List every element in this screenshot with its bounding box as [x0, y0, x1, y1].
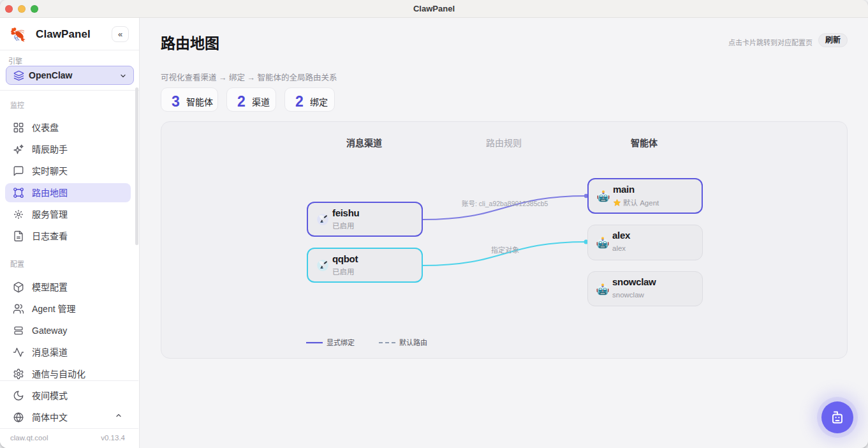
- svg-text:显式绑定: 显式绑定: [327, 338, 355, 347]
- svg-text:默认路由: 默认路由: [399, 338, 427, 347]
